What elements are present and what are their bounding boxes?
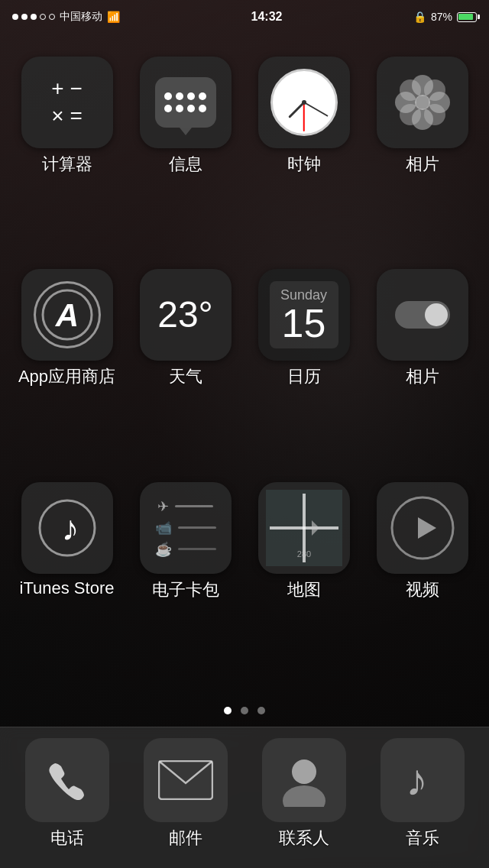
app-calculator[interactable]: + − × = 计算器	[8, 49, 126, 261]
photos-icon	[377, 57, 468, 148]
mail-svg	[158, 760, 213, 800]
status-bar: 中国移动 📶 14:32 🔒 87%	[0, 0, 489, 34]
messages-label: 信息	[169, 153, 202, 176]
clock-icon	[258, 57, 350, 148]
calendar-display: Sunday 15	[270, 281, 338, 348]
svg-text:♪: ♪	[406, 756, 428, 805]
mail-icon	[144, 738, 228, 822]
app-toggle[interactable]: 相片	[363, 261, 481, 474]
second-hand	[303, 102, 305, 131]
svg-point-8	[415, 95, 430, 110]
page-dot-3	[257, 707, 265, 714]
pass-row-3: ☕	[155, 541, 216, 558]
page-dot-2	[241, 707, 248, 714]
weather-temp: 23°	[157, 294, 213, 335]
app-photos1[interactable]: 相片	[363, 49, 481, 261]
itunes-label: iTunes Store	[20, 578, 115, 598]
weather-display: 23°	[157, 296, 213, 333]
pass-line-2	[178, 526, 216, 529]
calc-symbol-grid: + − × =	[39, 66, 95, 139]
battery-indicator	[457, 12, 477, 22]
signal-dot-1	[12, 14, 18, 20]
lock-icon: 🔒	[413, 11, 426, 23]
app-videos[interactable]: 视频	[363, 474, 481, 687]
app-messages[interactable]: 信息	[126, 49, 244, 261]
dock-mail[interactable]: 邮件	[126, 738, 244, 850]
app-maps[interactable]: 280 地图	[244, 474, 363, 687]
videos-label: 视频	[406, 578, 439, 601]
dock: 电话 邮件 联系人	[0, 727, 489, 868]
calc-plus: +	[51, 78, 63, 99]
temp-unit: °	[199, 294, 213, 335]
appstore-ring: A	[34, 281, 101, 348]
calendar-label: 日历	[287, 365, 321, 388]
videos-icon	[377, 482, 468, 574]
phone-label: 电话	[50, 827, 84, 850]
pass-plane-icon: ✈	[157, 498, 169, 515]
msg-dot-3	[187, 92, 195, 100]
mail-label: 邮件	[169, 827, 202, 850]
appstore-icon: A	[21, 269, 113, 361]
messages-icon	[140, 57, 232, 148]
dock-music[interactable]: ♪ 音乐	[363, 738, 481, 850]
signal-indicator	[12, 14, 55, 20]
msg-dot-2	[176, 92, 183, 100]
home-screen: + − × = 计算器	[0, 34, 489, 868]
maps-label: 地图	[287, 578, 321, 601]
dock-phone[interactable]: 电话	[8, 738, 126, 850]
itunes-svg: ♪	[37, 497, 98, 559]
app-calendar[interactable]: Sunday 15 日历	[244, 261, 363, 474]
clock-center-dot	[302, 100, 306, 105]
maps-svg: 280	[266, 490, 342, 566]
contacts-label: 联系人	[279, 827, 329, 850]
maps-icon: 280	[258, 482, 350, 574]
app-itunes[interactable]: ♪ iTunes Store	[8, 474, 126, 687]
toggle-icon	[377, 269, 468, 361]
dock-contacts[interactable]: 联系人	[244, 738, 363, 850]
minute-hand	[303, 102, 328, 117]
calculator-icon: + − × =	[21, 57, 113, 148]
status-left: 中国移动 📶	[12, 10, 120, 24]
music-icon: ♪	[381, 738, 465, 822]
temp-value: 23	[157, 294, 198, 335]
weather-icon-box: 23°	[140, 269, 232, 361]
toggle-label: 相片	[406, 365, 439, 388]
app-grid: + − × = 计算器	[0, 34, 489, 695]
phone-icon	[25, 738, 109, 822]
music-label: 音乐	[406, 827, 439, 850]
battery-percentage: 87%	[431, 11, 452, 23]
message-dots-row1	[164, 92, 206, 100]
status-right: 🔒 87%	[413, 11, 477, 23]
svg-text:♪: ♪	[61, 509, 79, 548]
svg-point-22	[283, 785, 325, 807]
svg-text:A: A	[54, 297, 78, 333]
app-passbook[interactable]: ✈ 📹 ☕ 电子卡包	[126, 474, 244, 687]
calendar-icon: Sunday 15	[258, 269, 350, 361]
app-clock[interactable]: 时钟	[244, 49, 363, 261]
pass-row-2: 📹	[155, 520, 216, 536]
pass-line-3	[178, 548, 216, 550]
carrier-label: 中国移动	[60, 10, 102, 24]
pass-coffee-icon: ☕	[155, 541, 172, 558]
svg-marker-19	[418, 517, 436, 539]
app-weather[interactable]: 23° 天气	[126, 261, 244, 474]
passbook-display: ✈ 📹 ☕	[152, 494, 219, 562]
msg-dot-7	[187, 105, 195, 112]
appstore-svg: A	[40, 288, 94, 342]
toggle-display	[395, 301, 450, 329]
signal-dot-3	[31, 14, 37, 20]
photos1-label: 相片	[406, 153, 439, 176]
videos-svg	[389, 494, 456, 562]
calc-equals: =	[70, 105, 83, 127]
toggle-thumb	[425, 303, 448, 326]
phone-svg	[44, 757, 90, 803]
message-dots-row2	[164, 105, 206, 112]
signal-dot-4	[40, 14, 46, 20]
passbook-icon: ✈ 📹 ☕	[140, 482, 232, 574]
wifi-icon: 📶	[107, 11, 120, 23]
app-appstore[interactable]: A App应用商店	[8, 261, 126, 474]
battery-outline	[457, 12, 477, 22]
svg-text:280: 280	[296, 549, 310, 559]
msg-dot-1	[164, 92, 172, 100]
weather-label: 天气	[169, 365, 202, 388]
